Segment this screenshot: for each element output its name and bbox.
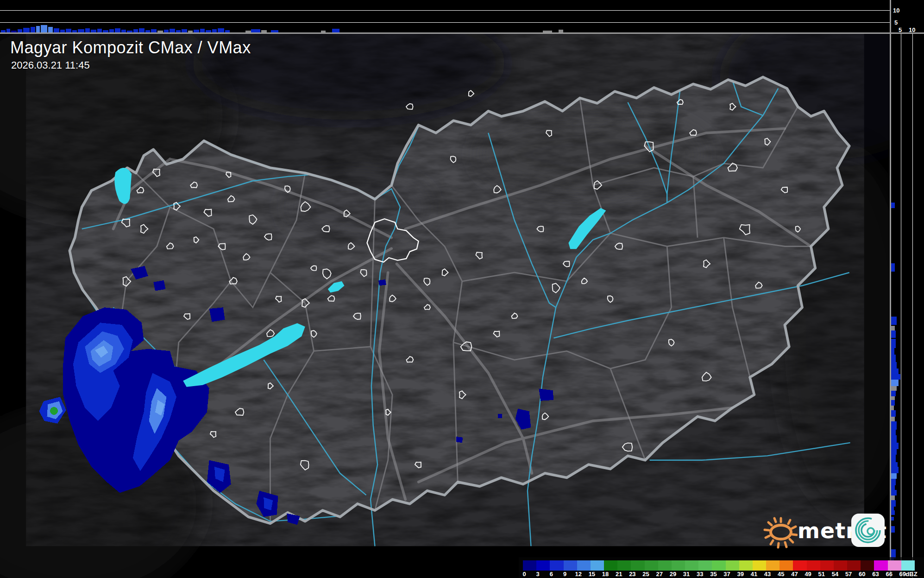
right-strip-bar: [891, 473, 897, 479]
right-gridline-5: [901, 34, 901, 578]
right-strip-bar: [891, 396, 895, 400]
legend-tick-label: 25: [642, 571, 649, 577]
top-strip-bar: [78, 29, 84, 32]
legend-block: [766, 560, 779, 571]
legend-tick-labels: 0369121518212325272931333537394143454749…: [519, 571, 924, 578]
legend-block: [631, 560, 644, 571]
radar-map: [0, 34, 890, 578]
right-strip-bar: [891, 355, 896, 362]
legend-tick-label: 0: [522, 571, 526, 577]
top-axis-tick-10: 10: [893, 7, 899, 13]
legend-unit-label: dBZ: [905, 571, 917, 577]
legend-block: [834, 560, 847, 571]
legend-tick-label: 23: [629, 571, 635, 577]
right-axis-tick-5: 5: [899, 27, 902, 33]
right-strip-bar: [891, 317, 897, 325]
top-strip-bar: [200, 29, 205, 32]
legend-tick-label: 41: [751, 571, 757, 577]
legend-block: [861, 560, 874, 571]
legend-tick-label: 63: [872, 571, 879, 577]
legend-block: [874, 560, 887, 571]
legend-tick-label: 43: [764, 571, 771, 577]
legend-tick-label: 31: [683, 571, 690, 577]
legend-tick-label: 39: [737, 571, 744, 577]
legend-block: [888, 560, 901, 571]
right-strip-bar: [891, 490, 897, 495]
legend-tick-label: 15: [589, 571, 595, 577]
top-strip-bar: [66, 29, 71, 32]
time-histogram-strip: 10 5: [0, 0, 924, 34]
latitude-histogram-strip: [891, 34, 924, 578]
map-svg: [0, 34, 890, 578]
legend-tick-label: 66: [886, 571, 892, 577]
radar-screenshot: { "header": { "title": "Magyar Kompozit …: [0, 0, 924, 578]
right-strip-bar: [891, 467, 899, 473]
strip-baseline-horizontal: [0, 32, 924, 34]
right-strip-bar: [891, 410, 896, 417]
legend-block: [536, 560, 550, 571]
legend-tick-label: 29: [670, 571, 676, 577]
echo-bp: [378, 279, 386, 286]
legend-tick-label: 45: [778, 571, 784, 577]
top-strip-bar: [170, 29, 175, 32]
legend-block: [779, 560, 793, 571]
echo-e3: [498, 414, 502, 418]
legend-block: [712, 560, 725, 571]
legend-block: [739, 560, 753, 571]
legend-tick-label: 18: [602, 571, 609, 577]
legend-block: [726, 560, 739, 571]
legend-block: [591, 560, 604, 571]
legend-tick-label: 12: [575, 571, 581, 577]
legend-tick-label: 33: [697, 571, 703, 577]
right-strip-bar: [891, 339, 896, 348]
right-strip-bar: [891, 485, 895, 490]
top-axis-tick-5: 5: [894, 19, 898, 25]
top-strip-bar: [41, 25, 47, 32]
legend-block: [577, 560, 591, 571]
legend-tick-label: 57: [845, 571, 852, 577]
legend-block: [523, 560, 536, 571]
legend-tick-label: 6: [550, 571, 553, 577]
top-strip-bar: [212, 29, 217, 32]
legend-tick-label: 51: [818, 571, 825, 577]
page-title: Magyar Kompozit CMax / VMax: [10, 38, 251, 57]
right-strip-bar: [891, 507, 894, 510]
app-spiral-icon: [850, 513, 886, 548]
top-strip-bar: [23, 28, 30, 32]
right-strip-bar: [891, 479, 896, 485]
right-strip-bar: [891, 517, 894, 521]
legend-tick-label: 9: [563, 571, 566, 577]
right-strip-bar: [891, 374, 900, 380]
top-strip-bar: [54, 28, 59, 32]
legend-block: [658, 560, 672, 571]
legend-block: [793, 560, 806, 571]
legend-tick-label: 35: [710, 571, 717, 577]
legend-block: [847, 560, 861, 571]
top-strip-bar: [31, 27, 35, 32]
right-strip-bar: [891, 510, 895, 515]
legend-block: [672, 560, 685, 571]
right-strip-bar: [891, 443, 899, 449]
legend-block: [550, 560, 563, 571]
legend-tick-label: 69: [899, 571, 906, 577]
legend-color-scale: [523, 560, 915, 571]
right-strip-bar: [891, 495, 895, 500]
top-strip-bar: [36, 26, 40, 32]
legend-tick-label: 21: [616, 571, 622, 577]
right-strip-bar: [891, 430, 896, 435]
dbz-legend: 0369121518212325272931333537394143454749…: [519, 557, 924, 578]
echo-e2: [539, 388, 553, 400]
top-strip-bar: [151, 29, 157, 32]
right-strip-bar: [891, 417, 895, 421]
top-strip-bar: [332, 29, 339, 32]
top-strip-bar: [109, 29, 114, 32]
right-strip-bar: [891, 421, 897, 430]
strip-baseline-vertical: [890, 0, 891, 578]
top-strip-bar: [6, 29, 10, 32]
right-strip-bar: [891, 462, 898, 467]
top-strip-bar: [133, 29, 138, 32]
legend-block: [604, 560, 617, 571]
legend-tick-label: 3: [536, 571, 540, 577]
legend-block: [820, 560, 834, 571]
sun-icon: [763, 514, 798, 550]
